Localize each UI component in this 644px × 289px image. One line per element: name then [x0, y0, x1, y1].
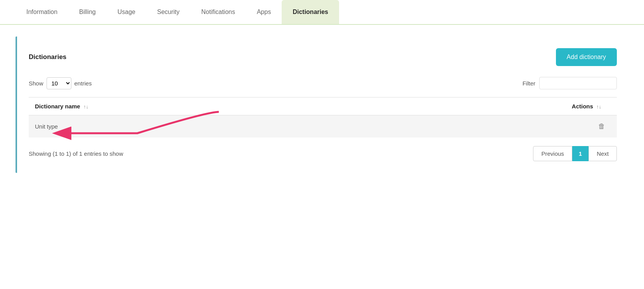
- dict-name-cell: Unit type: [29, 115, 360, 138]
- sort-icon-name[interactable]: ↑↓: [83, 104, 88, 110]
- next-button[interactable]: Next: [589, 146, 617, 161]
- filter-group: Filter: [523, 77, 617, 89]
- table-footer: Showing (1 to 1) of 1 entries to show Pr…: [29, 146, 617, 161]
- current-page[interactable]: 1: [572, 146, 589, 161]
- tab-information[interactable]: Information: [16, 0, 68, 24]
- tab-security[interactable]: Security: [146, 0, 190, 24]
- tab-notifications[interactable]: Notifications: [190, 0, 246, 24]
- card-header: Dictionaries Add dictionary: [29, 48, 617, 66]
- showing-text: Showing (1 to 1) of 1 entries to show: [29, 150, 123, 157]
- col-dictionary-name: Dictionary name ↑↓: [29, 97, 360, 115]
- card-title: Dictionaries: [29, 53, 66, 61]
- show-label: Show: [29, 80, 43, 87]
- main-content: Dictionaries Add dictionary Show 10 25 5…: [0, 25, 644, 185]
- previous-button[interactable]: Previous: [533, 146, 572, 161]
- add-dictionary-button[interactable]: Add dictionary: [556, 48, 617, 66]
- table-container: Dictionary name ↑↓ Actions ↑↓ Unit type: [29, 97, 617, 138]
- entries-label: entries: [74, 80, 92, 87]
- table-header-row: Dictionary name ↑↓ Actions ↑↓: [29, 97, 617, 115]
- dictionaries-card: Dictionaries Add dictionary Show 10 25 5…: [16, 37, 628, 173]
- tab-usage[interactable]: Usage: [107, 0, 146, 24]
- controls-row: Show 10 25 50 100 entries Filter: [29, 77, 617, 89]
- col-actions: Actions ↑↓: [360, 97, 617, 115]
- tab-apps[interactable]: Apps: [246, 0, 282, 24]
- tab-navigation: Information Billing Usage Security Notif…: [0, 0, 644, 25]
- filter-input[interactable]: [539, 77, 617, 89]
- dictionaries-table: Dictionary name ↑↓ Actions ↑↓ Unit type: [29, 97, 617, 138]
- tab-dictionaries[interactable]: Dictionaries: [282, 0, 339, 24]
- delete-button[interactable]: 🗑: [598, 122, 605, 131]
- show-entries-group: Show 10 25 50 100 entries: [29, 77, 92, 89]
- pagination: Previous 1 Next: [533, 146, 617, 161]
- filter-label: Filter: [523, 80, 535, 87]
- tab-billing[interactable]: Billing: [68, 0, 107, 24]
- sort-icon-actions[interactable]: ↑↓: [596, 104, 601, 110]
- entries-select[interactable]: 10 25 50 100: [47, 77, 71, 89]
- dict-actions-cell: 🗑: [360, 115, 617, 138]
- table-row: Unit type 🗑: [29, 115, 617, 138]
